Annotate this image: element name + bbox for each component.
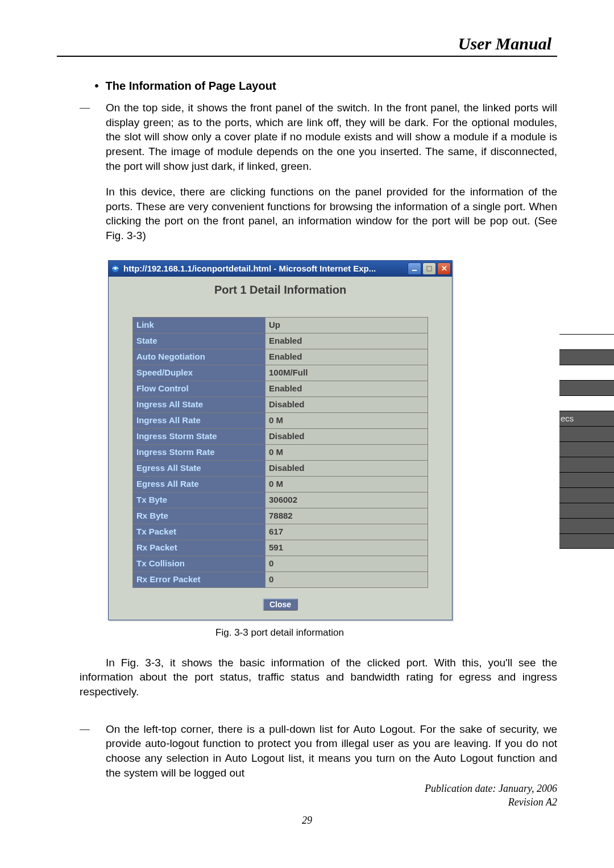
table-row: Tx Packet617: [133, 524, 428, 540]
window-close-button[interactable]: ✕: [437, 262, 451, 275]
ghost-ecs-label: ecs: [559, 411, 614, 426]
row-label: Tx Packet: [133, 524, 265, 540]
paragraph-4: On the left-top corner, there is a pull-…: [106, 722, 557, 781]
minimize-button[interactable]: [408, 262, 421, 275]
table-row: Ingress All Rate0 M: [133, 412, 428, 428]
row-value: 0: [265, 571, 428, 587]
section-heading: • The Information of Page Layout: [91, 80, 557, 93]
row-value: Enabled: [265, 333, 428, 349]
row-label: Egress All State: [133, 460, 265, 476]
page-title: User Manual: [57, 34, 551, 53]
figure-caption: Fig. 3-3 port detail information: [108, 627, 451, 639]
row-label: Ingress Storm State: [133, 428, 265, 444]
row-label: Rx Byte: [133, 508, 265, 524]
bullet-item-1: — On the top side, it shows the front pa…: [80, 101, 557, 173]
table-row: LinkUp: [133, 317, 428, 333]
row-value: Enabled: [265, 349, 428, 365]
window-title-text: http://192.168.1.1/iconportdetail.html -…: [123, 264, 406, 273]
publication-footer: Publication date: January, 2006 Revision…: [57, 782, 557, 809]
table-row: Egress All Rate0 M: [133, 476, 428, 492]
row-value: 0 M: [265, 412, 428, 428]
row-value: Disabled: [265, 460, 428, 476]
browser-window: http://192.168.1.1/iconportdetail.html -…: [108, 260, 453, 620]
table-row: Rx Error Packet0: [133, 571, 428, 587]
close-button[interactable]: Close: [263, 598, 298, 611]
table-row: Tx Collision0: [133, 556, 428, 571]
manual-page: User Manual • The Information of Page La…: [0, 0, 614, 861]
figure-3-3: http://192.168.1.1/iconportdetail.html -…: [108, 260, 557, 639]
paragraph-1: On the top side, it shows the front pane…: [106, 101, 557, 173]
row-value: 0 M: [265, 444, 428, 460]
row-label: Tx Collision: [133, 556, 265, 571]
table-row: Auto NegotiationEnabled: [133, 349, 428, 365]
row-label: Tx Byte: [133, 492, 265, 508]
window-titlebar: http://192.168.1.1/iconportdetail.html -…: [109, 261, 452, 277]
bullet-item-2: — On the left-top corner, there is a pul…: [80, 722, 557, 781]
row-label: Link: [133, 317, 265, 333]
dash-icon: —: [80, 722, 106, 735]
header-rule: [57, 56, 557, 57]
dash-icon: —: [80, 101, 106, 114]
paragraph-2: In this device, there are clicking funct…: [106, 185, 557, 243]
svg-rect-3: [427, 266, 432, 271]
row-label: Ingress All State: [133, 397, 265, 412]
table-row: Rx Packet591: [133, 540, 428, 556]
port-info-table: LinkUp StateEnabled Auto NegotiationEnab…: [132, 317, 428, 588]
row-value: 78882: [265, 508, 428, 524]
row-value: 0: [265, 556, 428, 571]
row-value: 617: [265, 524, 428, 540]
page-number: 29: [57, 815, 557, 827]
table-row: Flow ControlEnabled: [133, 381, 428, 397]
row-value: 591: [265, 540, 428, 556]
table-row: Ingress All StateDisabled: [133, 397, 428, 412]
row-value: 100M/Full: [265, 365, 428, 381]
window-body: Port 1 Detail Information LinkUp StateEn…: [109, 277, 452, 620]
maximize-button[interactable]: [422, 262, 436, 275]
table-row: Egress All StateDisabled: [133, 460, 428, 476]
row-value: Up: [265, 317, 428, 333]
port-info-heading: Port 1 Detail Information: [121, 283, 439, 297]
paragraph-3-text: In Fig. 3-3, it shows the basic informat…: [80, 657, 557, 698]
table-row: Tx Byte306002: [133, 492, 428, 508]
row-value: Disabled: [265, 428, 428, 444]
row-label: Rx Packet: [133, 540, 265, 556]
row-label: Egress All Rate: [133, 476, 265, 492]
row-label: Auto Negotiation: [133, 349, 265, 365]
table-row: Ingress Storm Rate0 M: [133, 444, 428, 460]
table-row: StateEnabled: [133, 333, 428, 349]
row-label: State: [133, 333, 265, 349]
ie-icon: [111, 264, 120, 273]
row-value: Disabled: [265, 397, 428, 412]
table-row: Rx Byte78882: [133, 508, 428, 524]
background-table-fragment: ecs: [559, 334, 614, 549]
row-value: 0 M: [265, 476, 428, 492]
svg-rect-2: [412, 270, 417, 271]
paragraph-3: In Fig. 3-3, it shows the basic informat…: [80, 656, 557, 699]
revision: Revision A2: [57, 796, 557, 809]
row-value: 306002: [265, 492, 428, 508]
table-row: Speed/Duplex100M/Full: [133, 365, 428, 381]
row-value: Enabled: [265, 381, 428, 397]
svg-point-1: [114, 268, 117, 270]
row-label: Ingress Storm Rate: [133, 444, 265, 460]
table-row: Ingress Storm StateDisabled: [133, 428, 428, 444]
bullet-icon: •: [91, 80, 102, 93]
row-label: Flow Control: [133, 381, 265, 397]
row-label: Rx Error Packet: [133, 571, 265, 587]
publication-date: Publication date: January, 2006: [57, 782, 557, 795]
section-heading-text: The Information of Page Layout: [106, 80, 276, 92]
row-label: Ingress All Rate: [133, 412, 265, 428]
row-label: Speed/Duplex: [133, 365, 265, 381]
